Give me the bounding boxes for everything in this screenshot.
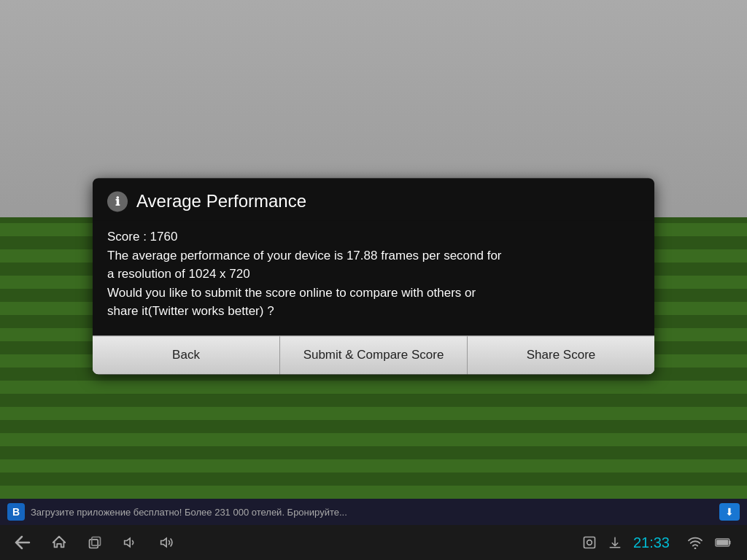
- home-button-nav[interactable]: [51, 534, 67, 551]
- svg-rect-0: [90, 540, 98, 548]
- svg-rect-1: [92, 537, 101, 546]
- description-line3: Would you like to submit the score onlin…: [107, 284, 640, 303]
- back-button[interactable]: Back: [93, 336, 280, 374]
- dialog-buttons: Back Submit & Compare Score Share Score: [93, 335, 654, 374]
- nav-right-icons: 21:33: [582, 534, 732, 551]
- notification-download-icon[interactable]: ⬇: [719, 503, 740, 521]
- download-icon[interactable]: [608, 535, 622, 550]
- navigation-bar: 21:33: [0, 525, 747, 560]
- svg-rect-2: [584, 537, 595, 548]
- nav-left-icons: [15, 534, 582, 551]
- back-button-nav[interactable]: [15, 535, 31, 550]
- description-line2: a resolution of 1024 x 720: [107, 265, 640, 284]
- dialog: ℹ Average Performance Score : 1760 The a…: [93, 178, 654, 374]
- dialog-header: ℹ Average Performance: [93, 178, 654, 220]
- svg-point-3: [587, 540, 592, 545]
- screenshot-icon[interactable]: [582, 535, 597, 550]
- dialog-title: Average Performance: [136, 191, 306, 211]
- battery-icon: [715, 537, 732, 548]
- info-icon: ℹ: [107, 191, 128, 211]
- wifi-icon: [687, 536, 703, 549]
- svg-rect-6: [716, 540, 728, 545]
- volume-up-nav[interactable]: [159, 535, 175, 550]
- recents-button-nav[interactable]: [88, 535, 102, 550]
- dialog-body: Score : 1760 The average performance of …: [93, 220, 654, 335]
- description-line4: share it(Twitter works better) ?: [107, 302, 640, 321]
- notification-bar: B Загрузите приложение бесплатно! Более …: [0, 499, 747, 525]
- notification-text: Загрузите приложение бесплатно! Более 23…: [31, 507, 347, 518]
- description-line1: The average performance of your device i…: [107, 246, 640, 265]
- status-time: 21:33: [633, 534, 670, 551]
- share-score-button[interactable]: Share Score: [468, 336, 654, 374]
- svg-point-4: [694, 548, 697, 549]
- notification-app-icon: B: [7, 503, 25, 521]
- submit-compare-button[interactable]: Submit & Compare Score: [280, 336, 468, 374]
- score-text: Score : 1760: [107, 228, 640, 246]
- volume-down-nav[interactable]: [123, 535, 139, 550]
